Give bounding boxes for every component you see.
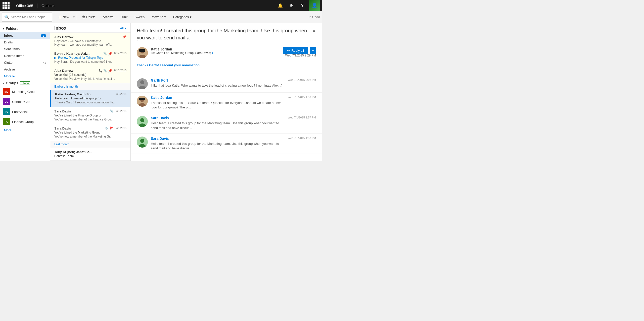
- email-preview: You're now a member of the Finance Grou.…: [54, 118, 126, 121]
- message-detail: Katie Jordan To: Garth Fort; Marketing G…: [131, 43, 322, 73]
- svg-point-15: [140, 139, 144, 143]
- attachment-icon: 📎: [103, 52, 107, 55]
- sidebar-item-clutter[interactable]: Clutter 41: [0, 59, 50, 66]
- email-subject: Hello team! I created this group for: [55, 97, 126, 100]
- message-actions: ↩ Reply all ▾: [283, 47, 316, 54]
- delete-icon: 🗑: [82, 15, 85, 19]
- group-item-marketing[interactable]: MG Marketing Group: [0, 87, 50, 97]
- sara-avatar-2: [137, 137, 148, 148]
- email-item-sara-1[interactable]: Sara Davis 📎 7/1/2015 You've joined the …: [50, 107, 130, 124]
- user-avatar[interactable]: 👤: [309, 0, 320, 11]
- reply-all-dropdown-button[interactable]: ▾: [310, 47, 316, 54]
- sidebar-item-inbox[interactable]: Inbox 2: [0, 32, 50, 39]
- settings-icon[interactable]: ⚙: [287, 0, 296, 11]
- sidebar-item-archive[interactable]: Archive: [0, 66, 50, 73]
- email-date: 6/14/2015: [114, 52, 126, 55]
- sidebar-item-sent[interactable]: Sent Items: [0, 46, 50, 52]
- email-date: 7/1/2015: [116, 126, 126, 130]
- groups-section-header[interactable]: ▾ Groups New: [0, 80, 50, 87]
- voicemail-icon: 📞: [99, 69, 102, 73]
- message-info: Katie Jordan To: Garth Fort; Marketing G…: [151, 47, 283, 55]
- conversation-item-katie[interactable]: Katie Jordan Thanks for setting this up …: [131, 93, 322, 113]
- more-arrow-icon: ▶: [13, 75, 15, 78]
- search-box[interactable]: 🔍: [2, 13, 52, 22]
- delete-button[interactable]: 🗑 Delete: [79, 13, 99, 22]
- email-item-bonnie[interactable]: Bonnie Kearney; Aziz... 📎 📌 6/14/2015 ▶ …: [50, 49, 130, 66]
- categories-chevron: ▾: [190, 15, 192, 19]
- katie-avatar: [137, 96, 148, 107]
- folders-more-button[interactable]: More ▶: [0, 73, 50, 80]
- collapse-icon[interactable]: ▲: [312, 28, 316, 33]
- message-recipients: Garth Fort; Marketing Group; Sara Davis;: [156, 51, 211, 55]
- email-preview: Voice Mail Preview: Hey this is Alex I'm…: [54, 77, 126, 81]
- sara-text-2: Hello team! I created this group for the…: [151, 142, 284, 151]
- toolbar-divider: [77, 14, 77, 20]
- folders-title: Folders: [6, 27, 19, 31]
- help-icon[interactable]: ?: [298, 0, 307, 11]
- apps-button[interactable]: [2, 2, 10, 10]
- new-plus-icon: ⊕: [58, 15, 62, 19]
- email-preview: Hey team - we have our monthly te: [54, 39, 126, 43]
- groups-title: Groups: [6, 81, 18, 85]
- conversation-list: Garth Fort I like that idea Katie. Who w…: [131, 73, 322, 156]
- group-item-finance[interactable]: FG Finance Group: [0, 117, 50, 127]
- email-item-katie[interactable]: Katie Jordan; Garth Fo... 7/1/2015 Hello…: [50, 90, 130, 107]
- group-avatar-contosogolf: CO: [3, 98, 10, 105]
- email-item-sara-2[interactable]: Sara Davis 📎 🚩 7/1/2015 You've joined th…: [50, 124, 130, 141]
- group-avatar-marketing: MG: [3, 88, 10, 95]
- folders-section-header[interactable]: ▾ Folders: [0, 25, 50, 32]
- conversation-item-garth[interactable]: Garth Fort I like that idea Katie. Who w…: [131, 75, 322, 93]
- group-item-contosogolf[interactable]: CO ContosoGolf: [0, 97, 50, 107]
- archive-button[interactable]: Archive: [100, 13, 117, 22]
- clutter-badge: 41: [43, 61, 46, 64]
- email-subject: You've joined the Marketing Group: [54, 131, 126, 134]
- email-item-alex-2[interactable]: Alex Darrow 📞 📎 📌 6/13/2015 Voice Mail (…: [50, 66, 130, 83]
- move-to-button[interactable]: Move to ▾: [149, 13, 169, 22]
- message-to: To: Garth Fort; Marketing Group; Sara Da…: [151, 51, 283, 55]
- sweep-button[interactable]: Sweep: [131, 13, 148, 22]
- email-sender: Sara Davis: [54, 126, 105, 130]
- notifications-icon[interactable]: 🔔: [276, 0, 285, 11]
- group-item-funsocial[interactable]: FU Fun/Social: [0, 107, 50, 117]
- sidebar-item-drafts[interactable]: Drafts: [0, 39, 50, 46]
- reply-all-button[interactable]: ↩ Reply all: [283, 47, 308, 54]
- email-subject: ▶ Review Proposal for Tailspin Toys: [54, 56, 126, 59]
- reading-subject: Hello team! I created this group for the…: [137, 27, 312, 41]
- attachment-icon: 📎: [105, 127, 109, 130]
- svg-rect-10: [139, 98, 145, 100]
- groups-more-button[interactable]: More: [0, 127, 50, 134]
- email-item-tony[interactable]: Tony Krijnen; Janet Sc... Contoso Team..…: [50, 148, 130, 161]
- new-button[interactable]: ⊕ New: [55, 13, 72, 22]
- email-subject: Voice Mail (13 seconds): [54, 73, 126, 77]
- email-preview: Thanks Garth! I second your nomination. …: [55, 101, 126, 104]
- sara-time-2: Wed 7/1/2015 1:57 PM: [288, 137, 316, 140]
- undo-button[interactable]: ↩ Undo: [308, 15, 320, 19]
- recipients-expand-icon[interactable]: ▾: [212, 51, 213, 55]
- new-dropdown-icon[interactable]: ▾: [73, 15, 75, 19]
- email-sender: Sara Davis: [54, 109, 110, 113]
- sidebar-item-deleted[interactable]: Deleted Items: [0, 52, 50, 59]
- pin-icon: 📌: [108, 52, 112, 55]
- more-actions-button[interactable]: ...: [196, 13, 204, 22]
- email-date: 6/13/2015: [114, 69, 126, 72]
- conversation-item-sara-1[interactable]: Sara Davis Hello team! I created this gr…: [131, 113, 322, 133]
- toolbar: 🔍 ⊕ New ▾ 🗑 Delete Archive Junk Sweep Mo…: [0, 11, 322, 23]
- pin-icon: 🚩: [110, 126, 114, 130]
- conversation-item-sara-2[interactable]: Sara Davis Hello team! I created this gr…: [131, 134, 322, 154]
- email-item-alex-1[interactable]: Alex Darrow 📌 Hey team - we have our mon…: [50, 33, 130, 49]
- svg-point-5: [140, 80, 144, 84]
- app-suite-title: Office 365: [12, 4, 37, 8]
- search-input[interactable]: [11, 15, 50, 19]
- sara-sender-2: Sara Davis: [151, 137, 284, 141]
- email-subject: You've joined the Finance Group gr: [54, 114, 126, 117]
- folders-chevron-icon: ▾: [3, 27, 4, 30]
- sara-time-1: Wed 7/1/2015 1:57 PM: [288, 116, 316, 119]
- undo-icon: ↩: [308, 15, 311, 19]
- filter-button[interactable]: All ▾: [120, 26, 126, 30]
- app-name: Outlook: [37, 4, 59, 8]
- new-group-badge[interactable]: New: [20, 81, 30, 85]
- reply-icon: ↩: [287, 49, 290, 52]
- categories-button[interactable]: Categories ▾: [170, 13, 195, 22]
- reading-pane: Hello team! I created this group for the…: [131, 23, 322, 161]
- junk-button[interactable]: Junk: [118, 13, 130, 22]
